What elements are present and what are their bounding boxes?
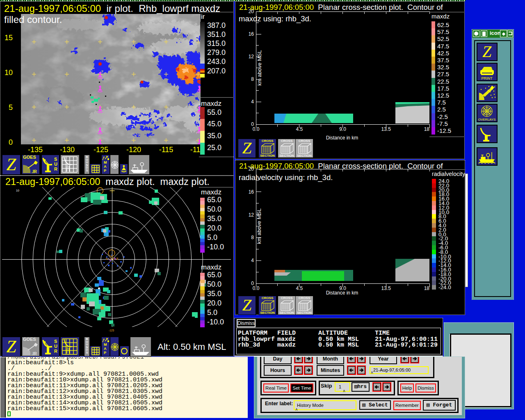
svg-text:S: S [54, 157, 57, 162]
svg-text:S: S [54, 339, 57, 344]
svg-text:4: 4 [251, 99, 254, 105]
svg-text:8: 8 [251, 235, 254, 240]
svg-text:8: 8 [251, 76, 254, 82]
svg-text:OVERLAYS: OVERLAYS [478, 118, 496, 121]
svg-text:18: 18 [424, 285, 430, 291]
svg-text:16: 16 [249, 31, 254, 37]
svg-text:12: 12 [249, 212, 254, 218]
svg-text:.IR: .IR [32, 169, 37, 174]
svg-text:Z: Z [7, 337, 17, 356]
svg-text:4.5: 4.5 [296, 285, 303, 291]
svg-text:0.0: 0.0 [253, 285, 260, 291]
svg-text:km above MSL: km above MSL [256, 208, 262, 244]
svg-text:10: 10 [16, 189, 19, 192]
svg-text:km above MSL: km above MSL [256, 50, 262, 86]
svg-text:PRINT: PRINT [482, 76, 493, 80]
svg-text:20: 20 [249, 9, 254, 14]
svg-text:.IR: .IR [32, 352, 37, 356]
svg-text:Z: Z [242, 296, 252, 314]
svg-text:Z: Z [7, 155, 17, 174]
svg-text:0.0: 0.0 [253, 126, 260, 132]
svg-text:20: 20 [249, 166, 254, 172]
svg-text:b<-125-6: b<-125-6 [106, 257, 118, 260]
svg-text:13.5: 13.5 [381, 126, 391, 132]
svg-text:18: 18 [424, 126, 430, 132]
svg-text:13.5: 13.5 [381, 285, 391, 291]
svg-text:U: U [54, 344, 57, 349]
svg-text:4: 4 [251, 258, 254, 263]
svg-text:Distance in km: Distance in km [326, 290, 358, 296]
svg-text:4.5: 4.5 [296, 126, 303, 132]
svg-text:9.0: 9.0 [339, 126, 346, 132]
svg-text:R: R [54, 167, 57, 171]
svg-text:16: 16 [249, 189, 254, 195]
svg-text:-125: -125 [109, 329, 114, 332]
svg-text:Z: Z [482, 43, 492, 60]
svg-text:Distance in km: Distance in km [326, 135, 358, 141]
svg-text:Z: Z [242, 139, 252, 157]
svg-text:U: U [54, 162, 57, 167]
svg-text:12: 12 [249, 54, 254, 59]
svg-text:R: R [54, 349, 57, 354]
